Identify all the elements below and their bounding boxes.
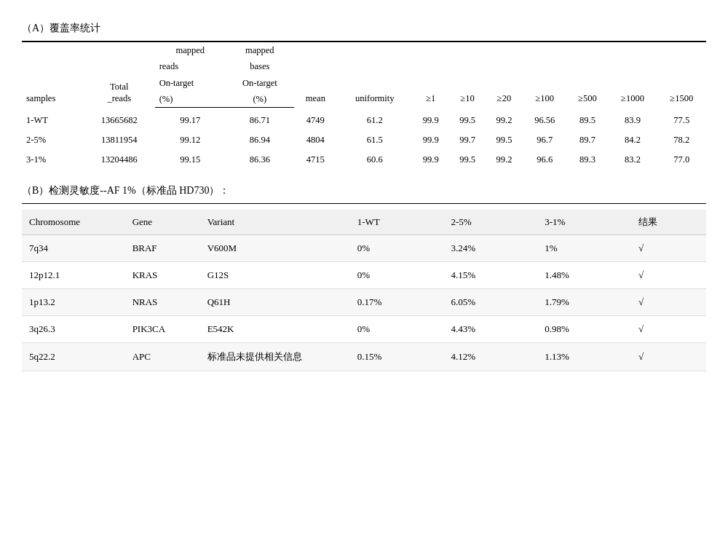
th-chromosome: Chromosome <box>22 210 125 235</box>
th-31pct: 3-1% <box>537 210 631 235</box>
val-25pct: 6.05% <box>443 289 537 316</box>
th-mean: mean <box>294 42 337 108</box>
th-mapped-reads-2: reads <box>155 58 226 74</box>
coverage-table: samples Total_reads mapped mapped mean u… <box>22 42 706 170</box>
mean: 4715 <box>294 150 337 170</box>
ge100: 96.7 <box>523 130 567 150</box>
mapped-reads-pct: 99.15 <box>155 150 226 170</box>
th-pct-reads: (%) <box>155 91 226 108</box>
ge20: 99.5 <box>486 130 522 150</box>
th-total-reads: Total_reads <box>84 42 155 108</box>
th-samples: samples <box>22 42 84 108</box>
variant: Q61H <box>200 289 350 316</box>
val-31pct: 1.48% <box>537 262 631 289</box>
th-pct-bases: (%) <box>226 91 294 108</box>
val-1wt: 0.17% <box>350 289 444 316</box>
chromosome: 7q34 <box>22 235 125 262</box>
ge100: 96.56 <box>523 108 567 131</box>
section-a: （A）覆盖率统计 samples Total_reads mapped mapp… <box>22 22 706 170</box>
val-25pct: 4.15% <box>443 262 537 289</box>
variant: V600M <box>200 235 350 262</box>
ge1000: 83.9 <box>608 108 657 131</box>
chromosome: 5q22.2 <box>22 343 125 371</box>
val-25pct: 4.43% <box>443 316 537 343</box>
th-ge1500: ≥1500 <box>657 42 706 108</box>
table-a-row: 3-1%1320448699.1586.36471560.699.999.599… <box>22 150 706 170</box>
ge1: 99.9 <box>413 130 449 150</box>
th-mapped-bases: mapped <box>226 42 294 59</box>
table-b-row: 7q34BRAFV600M0%3.24%1%√ <box>22 235 706 262</box>
th-on-target-bases: On-target <box>226 75 294 91</box>
uniformity: 60.6 <box>337 150 413 170</box>
chromosome: 12p12.1 <box>22 262 125 289</box>
table-b-header-row: Chromosome Gene Variant 1-WT 2-5% 3-1% 结… <box>22 210 706 235</box>
result: √ <box>631 289 706 316</box>
th-ge10: ≥10 <box>449 42 486 108</box>
th-variant: Variant <box>200 210 350 235</box>
val-31pct: 1% <box>537 235 631 262</box>
th-1wt: 1-WT <box>350 210 444 235</box>
gene: APC <box>125 343 200 371</box>
variant: E542K <box>200 316 350 343</box>
table-b-row: 1p13.2NRASQ61H0.17%6.05%1.79%√ <box>22 289 706 316</box>
table-b-row: 12p12.1KRASG12S0%4.15%1.48%√ <box>22 262 706 289</box>
ge500: 89.3 <box>567 150 609 170</box>
th-result: 结果 <box>631 210 706 235</box>
total-reads: 13665682 <box>84 108 155 131</box>
section-b-title: （B）检测灵敏度--AF 1%（标准品 HD730）： <box>22 184 706 197</box>
total-reads: 13811954 <box>84 130 155 150</box>
th-25pct: 2-5% <box>443 210 537 235</box>
th-on-target-reads: On-target <box>155 75 226 91</box>
table-a-row: 1-WT1366568299.1786.71474961.299.999.599… <box>22 108 706 131</box>
val-31pct: 1.79% <box>537 289 631 316</box>
th-ge20: ≥20 <box>486 42 522 108</box>
th-ge100: ≥100 <box>523 42 567 108</box>
sensitivity-table: Chromosome Gene Variant 1-WT 2-5% 3-1% 结… <box>22 210 706 371</box>
ge10: 99.5 <box>449 108 486 131</box>
result: √ <box>631 343 706 371</box>
sample: 1-WT <box>22 108 84 131</box>
ge20: 99.2 <box>486 108 522 131</box>
gene: NRAS <box>125 289 200 316</box>
mean: 4804 <box>294 130 337 150</box>
ge1: 99.9 <box>413 150 449 170</box>
total-reads: 13204486 <box>84 150 155 170</box>
val-25pct: 3.24% <box>443 235 537 262</box>
uniformity: 61.2 <box>337 108 413 131</box>
th-gene: Gene <box>125 210 200 235</box>
ge1000: 84.2 <box>608 130 657 150</box>
section-a-title: （A）覆盖率统计 <box>22 22 706 35</box>
val-1wt: 0.15% <box>350 343 444 371</box>
val-25pct: 4.12% <box>443 343 537 371</box>
section-b-divider <box>22 203 706 204</box>
val-1wt: 0% <box>350 316 444 343</box>
section-b: （B）检测灵敏度--AF 1%（标准品 HD730）： Chromosome G… <box>22 184 706 371</box>
result: √ <box>631 262 706 289</box>
ge1500: 78.2 <box>657 130 706 150</box>
th-mapped-bases-2: bases <box>226 58 294 74</box>
th-uniformity: uniformity <box>337 42 413 108</box>
ge10: 99.7 <box>449 130 486 150</box>
uniformity: 61.5 <box>337 130 413 150</box>
gene: KRAS <box>125 262 200 289</box>
table-b-row: 3q26.3PIK3CAE542K0%4.43%0.98%√ <box>22 316 706 343</box>
result: √ <box>631 235 706 262</box>
mapped-bases-pct: 86.36 <box>226 150 294 170</box>
val-31pct: 0.98% <box>537 316 631 343</box>
val-31pct: 1.13% <box>537 343 631 371</box>
mapped-reads-pct: 99.17 <box>155 108 226 131</box>
mean: 4749 <box>294 108 337 131</box>
chromosome: 3q26.3 <box>22 316 125 343</box>
ge1500: 77.5 <box>657 108 706 131</box>
val-1wt: 0% <box>350 235 444 262</box>
ge100: 96.6 <box>523 150 567 170</box>
gene: PIK3CA <box>125 316 200 343</box>
val-1wt: 0% <box>350 262 444 289</box>
th-ge500: ≥500 <box>567 42 609 108</box>
th-ge1: ≥1 <box>413 42 449 108</box>
variant: G12S <box>200 262 350 289</box>
ge500: 89.5 <box>567 108 609 131</box>
ge10: 99.5 <box>449 150 486 170</box>
mapped-bases-pct: 86.71 <box>226 108 294 131</box>
sample: 2-5% <box>22 130 84 150</box>
